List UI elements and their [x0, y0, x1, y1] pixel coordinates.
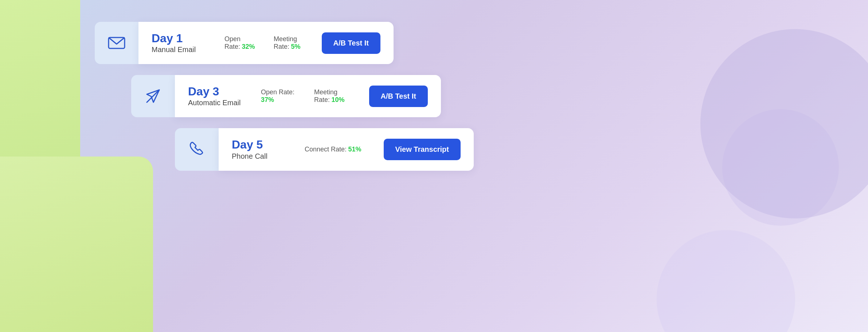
ab-test-button-day1[interactable]: A/B Test It: [322, 32, 380, 54]
card-title-day3: Day 3 Automatic Email: [188, 85, 246, 107]
stat-open-rate-label: Open Rate: 32%: [224, 35, 255, 51]
card-title-day5: Day 5 Phone Call: [232, 138, 290, 160]
card-stats-day5: Connect Rate: 51%: [305, 146, 369, 153]
card-row-day5: Day 5 Phone Call Connect Rate: 51% View …: [175, 128, 474, 170]
card-action-day3: A/B Test It: [369, 86, 428, 107]
card-type-label: Automatic Email: [188, 99, 246, 107]
card-icon-phone: [175, 128, 219, 170]
card-row-day3: Day 3 Automatic Email Open Rate: 37% Mee…: [131, 75, 441, 117]
stat-meeting-rate-label: Meeting Rate: 10%: [314, 88, 355, 104]
card-type-label: Manual Email: [152, 46, 210, 54]
phone-icon: [187, 139, 207, 159]
ab-test-button-day3[interactable]: A/B Test It: [369, 86, 428, 107]
card-icon-email: [95, 22, 138, 64]
card-day-label: Day 1: [152, 32, 210, 45]
stat-connect-rate-label: Connect Rate: 51%: [305, 146, 361, 153]
send-icon: [143, 86, 163, 106]
view-transcript-button[interactable]: View Transcript: [384, 139, 461, 160]
card-type-label: Phone Call: [232, 152, 290, 161]
card-day-label: Day 3: [188, 85, 246, 98]
main-content: Day 1 Manual Email Open Rate: 32% Meetin…: [0, 0, 868, 203]
bg-circle-bottom: [657, 230, 795, 332]
card-title-day1: Day 1 Manual Email: [152, 32, 210, 54]
email-icon: [107, 33, 126, 53]
card-stats-day3: Open Rate: 37% Meeting Rate: 10%: [261, 88, 355, 104]
card-action-day1: A/B Test It: [322, 32, 380, 54]
card-day-label: Day 5: [232, 138, 290, 151]
card-body-day3: Day 3 Automatic Email Open Rate: 37% Mee…: [175, 75, 441, 117]
card-body-day5: Day 5 Phone Call Connect Rate: 51% View …: [219, 128, 474, 170]
card-row-day1: Day 1 Manual Email Open Rate: 32% Meetin…: [95, 22, 394, 64]
card-stats-day1: Open Rate: 32% Meeting Rate: 5%: [224, 35, 307, 51]
card-action-day5: View Transcript: [384, 139, 461, 160]
stat-meeting-rate-label: Meeting Rate: 5%: [274, 35, 307, 51]
card-icon-send: [131, 75, 175, 117]
card-body-day1: Day 1 Manual Email Open Rate: 32% Meetin…: [138, 22, 394, 64]
stat-open-rate-label: Open Rate: 37%: [261, 88, 296, 104]
